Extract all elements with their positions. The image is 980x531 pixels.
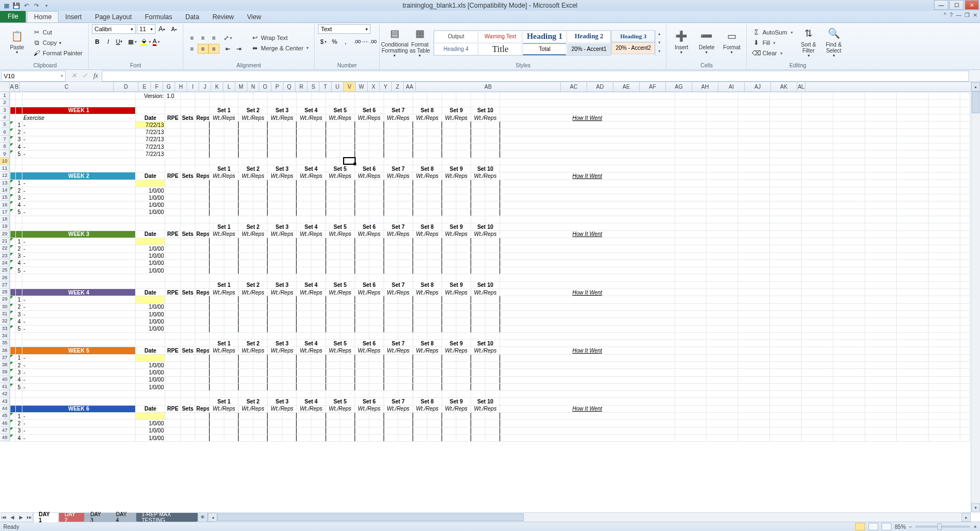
format-cells-button[interactable]: ▭Format▾ [720,26,743,59]
row-header[interactable]: 2 [0,99,10,106]
row-header[interactable]: 16 [0,201,10,208]
column-header[interactable]: M [235,82,247,91]
wrap-text-button[interactable]: ↩Wrap Text [249,33,311,43]
row-header[interactable]: 26 [0,274,10,281]
row-header[interactable]: 15 [0,194,10,201]
autosum-button[interactable]: ΣAutoSum [750,27,795,37]
sheet-tab[interactable]: DAY 2 [59,513,85,522]
number-format-combo[interactable]: Text▾ [318,24,370,34]
align-center-button[interactable]: ≡ [198,44,208,54]
tab-home[interactable]: Home [27,11,59,22]
increase-indent-button[interactable]: ⇥ [234,44,245,54]
underline-button[interactable]: U▾ [114,37,125,47]
scroll-right-icon[interactable]: ▸ [961,513,971,522]
style-warning-text[interactable]: Warning Text [478,31,522,43]
column-header[interactable]: S [308,82,320,91]
column-header[interactable]: B [14,82,20,91]
column-header[interactable]: AC [561,82,587,91]
row-header[interactable]: 18 [0,216,10,223]
formula-input[interactable] [102,71,969,82]
font-size-combo[interactable]: 11▾ [137,24,155,34]
style-heading-3[interactable]: Heading 3 [611,30,655,42]
row-header[interactable]: 42 [0,390,10,397]
row-header[interactable]: 1 [0,92,10,99]
style-output[interactable]: Output [434,31,478,43]
tab-data[interactable]: Data [179,11,206,22]
align-middle-button[interactable]: ≡ [198,33,208,43]
style-accent1[interactable]: 20% - Accent1 [567,43,611,55]
row-header[interactable]: 35 [0,339,10,347]
column-header[interactable]: AF [640,82,666,91]
cut-button[interactable]: ✂Cut [31,27,85,37]
style-accent2[interactable]: 20% - Accent2 [611,42,655,54]
column-header[interactable]: AA [404,82,416,91]
italic-button[interactable]: I [103,37,114,47]
paste-button[interactable]: 📋 Paste ▾ [5,26,28,59]
font-name-combo[interactable]: Calibri▾ [92,24,136,34]
scroll-down-icon[interactable]: ▾ [971,503,980,512]
tab-formulas[interactable]: Formulas [138,11,179,22]
row-header[interactable]: 9 [0,150,10,157]
bold-button[interactable]: B [92,37,103,47]
column-header[interactable]: N [247,82,259,91]
row-header[interactable]: 4 [0,114,10,121]
scroll-up-icon[interactable]: ▴ [971,82,980,91]
row-header[interactable]: 33 [0,325,10,332]
column-header[interactable]: O [259,82,271,91]
worksheet-grid[interactable]: ABCDEFGHIJKLMNOPQRSTUVWXYZAAABACADAEAFAG… [0,82,980,442]
vscroll-thumb[interactable] [972,91,979,113]
row-header[interactable]: 24 [0,259,10,267]
name-box[interactable]: V10▾ [1,71,66,82]
style-total[interactable]: Total [523,43,566,55]
row-header[interactable]: 37 [0,354,10,361]
page-break-view-button[interactable] [882,523,891,530]
sort-filter-button[interactable]: ⇅Sort & Filter▾ [797,26,820,59]
column-header[interactable]: X [368,82,380,91]
delete-cells-button[interactable]: ➖Delete▾ [695,26,718,59]
comma-button[interactable]: , [340,37,351,47]
orientation-button[interactable]: ⤢ [223,33,234,43]
column-header[interactable]: AD [587,82,613,91]
format-painter-button[interactable]: 🖌Format Painter [31,48,85,58]
sheet-tab[interactable]: 1-REP MAX TESTING [136,513,198,522]
column-header[interactable]: K [211,82,223,91]
row-header[interactable]: 7 [0,136,10,143]
doc-restore-icon[interactable]: ❐ [965,12,970,18]
column-header[interactable]: V [344,82,356,91]
insert-cells-button[interactable]: ➕Insert▾ [670,26,693,59]
qat-customize-icon[interactable] [42,1,50,10]
column-header[interactable]: AE [613,82,640,91]
row-header[interactable]: 8 [0,143,10,150]
row-header[interactable]: 32 [0,318,10,325]
zoom-slider[interactable] [915,526,970,528]
row-header[interactable]: 28 [0,288,10,296]
fill-button[interactable]: ⬇Fill [750,38,795,48]
border-button[interactable]: ▦ [127,37,138,47]
styles-more-icon[interactable]: ▾ [656,47,663,56]
style-title[interactable]: Title [478,43,522,55]
row-header[interactable]: 44 [0,405,10,412]
row-header[interactable]: 36 [0,347,10,354]
row-header[interactable]: 10 [0,158,10,165]
column-header[interactable]: AI [718,82,745,91]
hscroll-thumb[interactable] [217,513,524,521]
row-header[interactable]: 5 [0,121,10,128]
ribbon-minimize-icon[interactable]: ^ [944,12,947,18]
close-button[interactable]: ✕ [965,0,979,10]
row-header[interactable]: 43 [0,397,10,405]
redo-icon[interactable]: ↷ [32,1,40,10]
scroll-left-icon[interactable]: ◂ [208,513,217,522]
save-icon[interactable]: 💾 [12,1,21,10]
zoom-out-button[interactable]: − [909,524,912,530]
styles-down-icon[interactable]: ▾ [656,38,663,47]
zoom-knob[interactable] [937,523,942,530]
normal-view-button[interactable] [855,523,865,530]
horizontal-scrollbar[interactable]: ◂ ▸ [208,512,971,522]
undo-icon[interactable]: ↶ [22,1,31,10]
column-header[interactable]: AK [771,82,797,91]
row-header[interactable]: 40 [0,376,10,383]
accounting-format-button[interactable]: $ [318,37,329,47]
column-header[interactable]: R [295,82,308,91]
sheet-nav-next-icon[interactable]: ▶ [16,513,25,522]
decrease-decimal-button[interactable]: ←.00 [365,37,376,47]
